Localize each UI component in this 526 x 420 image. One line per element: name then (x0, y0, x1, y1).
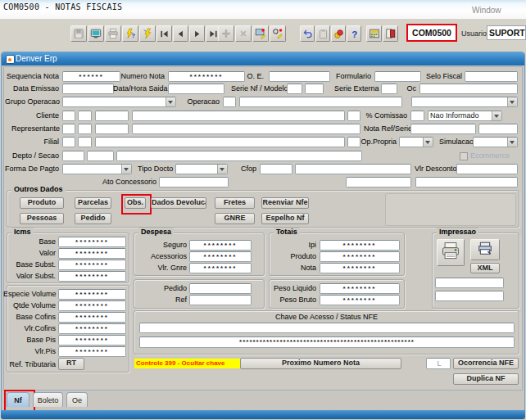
serie-nf-field[interactable] (287, 84, 302, 94)
oe-field[interactable] (269, 71, 330, 82)
ato-concessorio-field[interactable] (159, 177, 229, 187)
delete-record-button[interactable] (235, 25, 252, 42)
screen-button[interactable] (88, 25, 104, 42)
produto-button[interactable]: Produto (20, 197, 64, 209)
help-button[interactable]: ? (347, 25, 361, 42)
program-code-field[interactable]: COM0500 (406, 24, 457, 42)
representante-field-2[interactable] (78, 124, 92, 134)
modelo-field[interactable] (305, 84, 324, 94)
cliente-field-3[interactable] (95, 111, 129, 121)
reenviar-nfe-button[interactable]: Reenviar Nfe (261, 197, 309, 209)
fretes-button[interactable]: Fretes (215, 197, 255, 209)
flash-help-button[interactable]: ? (122, 25, 138, 42)
data-emissao-field[interactable] (62, 84, 114, 94)
vlr-desconto-field[interactable] (456, 164, 518, 174)
duplica-nf-button[interactable]: Duplica NF (453, 373, 519, 385)
proximo-numero-nota-button[interactable]: Proximo Numero Nota (240, 358, 401, 369)
impressao-field-1[interactable] (435, 278, 504, 288)
commit-button[interactable] (331, 25, 346, 42)
depto-secao-desc-field[interactable] (116, 151, 362, 161)
first-record-button[interactable] (156, 25, 172, 42)
base-cofins-field[interactable]: ******** (58, 312, 126, 323)
parcelas-button[interactable]: Parcelas (75, 197, 111, 209)
cliente-field-2[interactable] (78, 111, 92, 121)
base-subst-field[interactable]: ******** (58, 260, 126, 270)
cfop-desc-field[interactable] (295, 164, 411, 174)
grupo-operacao-dropdown[interactable] (62, 97, 176, 107)
icms-base-field[interactable]: ******** (58, 237, 126, 247)
print-preview-button[interactable] (470, 239, 500, 260)
filial-field-3[interactable] (347, 137, 360, 147)
obs-button[interactable]: Obs. (125, 197, 146, 209)
filial-nome-field[interactable] (95, 137, 345, 147)
pessoas-button[interactable]: Pessoas (20, 213, 64, 224)
representante-field-1[interactable] (62, 124, 75, 134)
tab-oe[interactable]: Oe (66, 392, 88, 407)
formulario-field[interactable] (374, 71, 421, 82)
base-pis-field[interactable]: ******** (58, 335, 126, 345)
comissao-field[interactable] (410, 111, 424, 121)
tab-boleto[interactable]: Boleto (33, 392, 63, 407)
next-record-button[interactable] (189, 25, 205, 42)
extra-field-1[interactable] (346, 177, 411, 187)
espelho-nf-button[interactable]: Espelho Nf (261, 213, 309, 224)
enter-query-button[interactable] (252, 25, 269, 42)
qtde-volume-field[interactable]: ******** (58, 300, 126, 311)
pedido-field[interactable] (189, 283, 252, 294)
operacao-extra-dropdown[interactable] (411, 97, 518, 107)
totais-nota-field[interactable]: ******** (320, 263, 400, 273)
gnre-button[interactable]: GNRE (215, 213, 255, 224)
seguro-field[interactable]: ******** (189, 240, 252, 251)
print-nf-button[interactable] (437, 239, 465, 266)
exit-button[interactable] (383, 25, 398, 42)
calculator-button[interactable] (366, 25, 382, 42)
execute-query-button[interactable] (270, 25, 286, 42)
operacao-code-field[interactable] (223, 97, 236, 107)
filial-field-2[interactable] (78, 137, 92, 147)
simulacao-dropdown[interactable] (473, 137, 518, 147)
nota-ref-field[interactable] (410, 124, 476, 134)
paste-button[interactable] (315, 25, 330, 42)
peso-liquido-field[interactable]: ******** (320, 283, 400, 294)
data-hora-saida-field[interactable] (168, 84, 224, 94)
ipi-field[interactable]: ******** (320, 240, 400, 251)
especie-volume-field[interactable]: ******** (58, 289, 126, 300)
cliente-nome-field[interactable] (132, 111, 345, 121)
ref-field[interactable] (189, 295, 252, 305)
peso-bruto-field[interactable]: ******** (320, 295, 400, 305)
rt-button[interactable]: RT (58, 358, 84, 370)
depto-field[interactable] (62, 151, 84, 161)
valor-subst-field[interactable]: ******** (58, 271, 126, 282)
cfop-field[interactable] (260, 164, 292, 174)
representante-field-3[interactable] (95, 124, 129, 134)
tipo-docto-dropdown[interactable] (175, 164, 228, 174)
chave-masked-field[interactable]: ****************************************… (139, 336, 515, 348)
forma-pagto-dropdown[interactable] (62, 164, 132, 174)
window-menu[interactable]: Window (472, 6, 501, 15)
print-button[interactable] (105, 25, 121, 42)
representante-nome-field[interactable] (132, 124, 360, 134)
selo-fiscal-field[interactable] (465, 71, 518, 82)
dados-devolucao-button[interactable]: Dados Devolucao (151, 197, 206, 209)
operacao-desc-field[interactable] (239, 97, 402, 107)
op-propria-dropdown[interactable] (399, 137, 433, 147)
tab-nf[interactable]: Nf (7, 392, 29, 407)
sequencia-nota-field[interactable]: ****** (62, 71, 120, 82)
comissao-tipo-dropdown[interactable]: Nao Informado (428, 111, 502, 121)
serie-externa-field[interactable] (381, 84, 397, 94)
totais-produto-field[interactable]: ******** (320, 251, 400, 262)
extra-field-2[interactable] (415, 177, 518, 187)
acessorios-field[interactable]: ******** (189, 251, 252, 262)
pedido-button[interactable]: Pedido (75, 213, 111, 224)
cliente-field-4[interactable] (347, 111, 360, 121)
vlr-gnre-field[interactable]: ******** (189, 263, 252, 273)
ocorrencia-nfe-button[interactable]: Ocorrencia NFE (453, 358, 519, 369)
icms-valor-field[interactable]: ******** (58, 248, 126, 259)
undo-button[interactable] (300, 25, 315, 42)
chave-acesso-field[interactable] (139, 323, 515, 333)
xml-button[interactable]: XML (470, 263, 500, 273)
vlr-cofins-field[interactable]: ******** (58, 323, 126, 334)
vlr-pis-field[interactable]: ******** (58, 346, 126, 357)
user-value-field[interactable]: SUPORT (487, 25, 526, 40)
oc-field[interactable] (419, 84, 518, 94)
